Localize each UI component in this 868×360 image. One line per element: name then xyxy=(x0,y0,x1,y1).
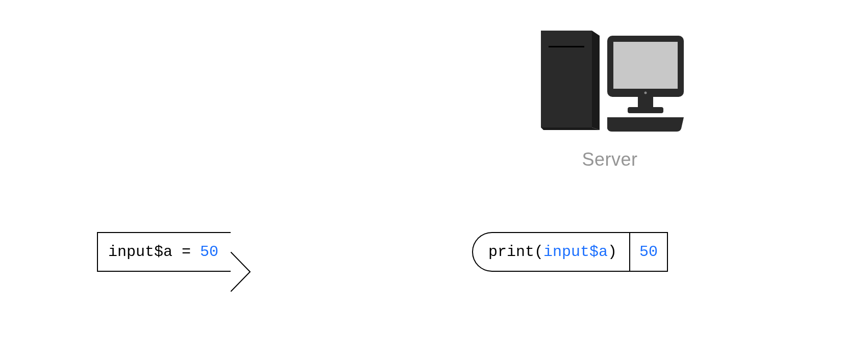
input-assignment-code: input$a = 50 xyxy=(97,232,231,272)
svg-marker-2 xyxy=(541,127,600,130)
server-computer-icon xyxy=(536,25,684,140)
svg-rect-8 xyxy=(628,107,663,113)
server-block: Server xyxy=(520,25,699,170)
print-prefix: print( xyxy=(488,243,543,261)
svg-rect-7 xyxy=(638,97,653,108)
svg-marker-1 xyxy=(592,31,600,130)
input-assignment-box: input$a = 50 xyxy=(97,232,231,272)
code-value: 50 xyxy=(200,243,218,261)
svg-rect-3 xyxy=(549,46,584,47)
svg-rect-5 xyxy=(613,42,678,89)
print-expression-code: print(input$a) xyxy=(472,232,629,272)
print-expression-box: print(input$a) 50 xyxy=(472,232,668,272)
print-result: 50 xyxy=(629,232,668,272)
code-prefix: input$a = xyxy=(108,243,200,261)
svg-rect-0 xyxy=(541,31,592,127)
server-label: Server xyxy=(520,149,699,170)
print-suffix: ) xyxy=(608,243,617,261)
print-arg: input$a xyxy=(543,243,608,261)
svg-point-6 xyxy=(644,92,647,94)
